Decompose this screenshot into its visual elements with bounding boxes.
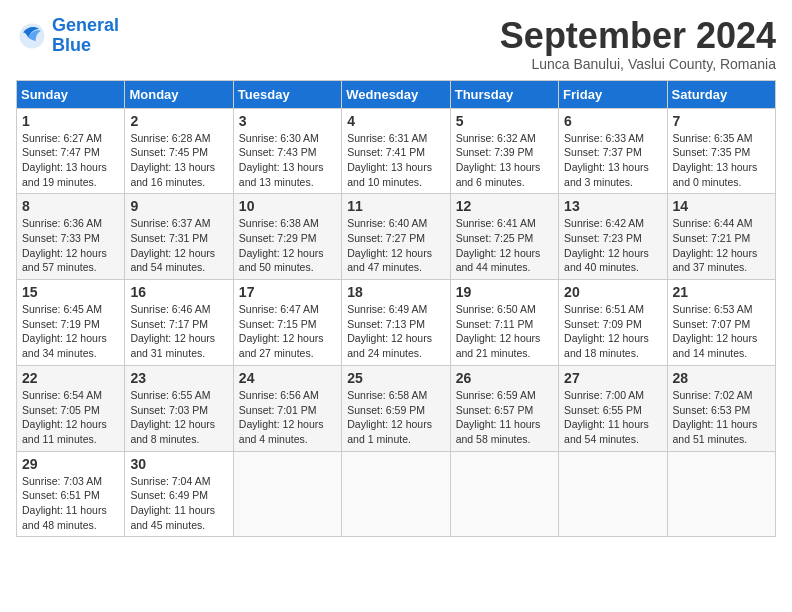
table-row: 10 Sunrise: 6:38 AMSunset: 7:29 PMDaylig… xyxy=(233,194,341,280)
col-friday: Friday xyxy=(559,80,667,108)
table-row: 23 Sunrise: 6:55 AMSunset: 7:03 PMDaylig… xyxy=(125,365,233,451)
table-row: 5 Sunrise: 6:32 AMSunset: 7:39 PMDayligh… xyxy=(450,108,558,194)
table-row: 29 Sunrise: 7:03 AMSunset: 6:51 PMDaylig… xyxy=(17,451,125,537)
col-thursday: Thursday xyxy=(450,80,558,108)
table-row: 25 Sunrise: 6:58 AMSunset: 6:59 PMDaylig… xyxy=(342,365,450,451)
calendar-week-row: 8 Sunrise: 6:36 AMSunset: 7:33 PMDayligh… xyxy=(17,194,776,280)
table-row: 28 Sunrise: 7:02 AMSunset: 6:53 PMDaylig… xyxy=(667,365,775,451)
col-tuesday: Tuesday xyxy=(233,80,341,108)
empty-cell xyxy=(559,451,667,537)
col-sunday: Sunday xyxy=(17,80,125,108)
logo-icon xyxy=(16,20,48,52)
empty-cell xyxy=(342,451,450,537)
title-block: September 2024 Lunca Banului, Vaslui Cou… xyxy=(500,16,776,72)
table-row: 21 Sunrise: 6:53 AMSunset: 7:07 PMDaylig… xyxy=(667,280,775,366)
col-monday: Monday xyxy=(125,80,233,108)
calendar-week-row: 22 Sunrise: 6:54 AMSunset: 7:05 PMDaylig… xyxy=(17,365,776,451)
logo: General Blue xyxy=(16,16,119,56)
table-row: 24 Sunrise: 6:56 AMSunset: 7:01 PMDaylig… xyxy=(233,365,341,451)
col-wednesday: Wednesday xyxy=(342,80,450,108)
table-row: 30 Sunrise: 7:04 AMSunset: 6:49 PMDaylig… xyxy=(125,451,233,537)
table-row: 26 Sunrise: 6:59 AMSunset: 6:57 PMDaylig… xyxy=(450,365,558,451)
table-row: 12 Sunrise: 6:41 AMSunset: 7:25 PMDaylig… xyxy=(450,194,558,280)
table-row: 3 Sunrise: 6:30 AMSunset: 7:43 PMDayligh… xyxy=(233,108,341,194)
table-row: 7 Sunrise: 6:35 AMSunset: 7:35 PMDayligh… xyxy=(667,108,775,194)
empty-cell xyxy=(450,451,558,537)
table-row: 9 Sunrise: 6:37 AMSunset: 7:31 PMDayligh… xyxy=(125,194,233,280)
calendar-header-row: Sunday Monday Tuesday Wednesday Thursday… xyxy=(17,80,776,108)
table-row: 11 Sunrise: 6:40 AMSunset: 7:27 PMDaylig… xyxy=(342,194,450,280)
calendar-week-row: 29 Sunrise: 7:03 AMSunset: 6:51 PMDaylig… xyxy=(17,451,776,537)
col-saturday: Saturday xyxy=(667,80,775,108)
calendar-table: Sunday Monday Tuesday Wednesday Thursday… xyxy=(16,80,776,538)
calendar-week-row: 1 Sunrise: 6:27 AMSunset: 7:47 PMDayligh… xyxy=(17,108,776,194)
table-row: 4 Sunrise: 6:31 AMSunset: 7:41 PMDayligh… xyxy=(342,108,450,194)
table-row: 19 Sunrise: 6:50 AMSunset: 7:11 PMDaylig… xyxy=(450,280,558,366)
logo-text2: Blue xyxy=(52,36,119,56)
empty-cell xyxy=(667,451,775,537)
empty-cell xyxy=(233,451,341,537)
location-subtitle: Lunca Banului, Vaslui County, Romania xyxy=(500,56,776,72)
table-row: 6 Sunrise: 6:33 AMSunset: 7:37 PMDayligh… xyxy=(559,108,667,194)
calendar-week-row: 15 Sunrise: 6:45 AMSunset: 7:19 PMDaylig… xyxy=(17,280,776,366)
page-header: General Blue September 2024 Lunca Banulu… xyxy=(16,16,776,72)
table-row: 27 Sunrise: 7:00 AMSunset: 6:55 PMDaylig… xyxy=(559,365,667,451)
table-row: 15 Sunrise: 6:45 AMSunset: 7:19 PMDaylig… xyxy=(17,280,125,366)
table-row: 13 Sunrise: 6:42 AMSunset: 7:23 PMDaylig… xyxy=(559,194,667,280)
table-row: 14 Sunrise: 6:44 AMSunset: 7:21 PMDaylig… xyxy=(667,194,775,280)
month-title: September 2024 xyxy=(500,16,776,56)
table-row: 16 Sunrise: 6:46 AMSunset: 7:17 PMDaylig… xyxy=(125,280,233,366)
table-row: 8 Sunrise: 6:36 AMSunset: 7:33 PMDayligh… xyxy=(17,194,125,280)
table-row: 17 Sunrise: 6:47 AMSunset: 7:15 PMDaylig… xyxy=(233,280,341,366)
table-row: 1 Sunrise: 6:27 AMSunset: 7:47 PMDayligh… xyxy=(17,108,125,194)
table-row: 20 Sunrise: 6:51 AMSunset: 7:09 PMDaylig… xyxy=(559,280,667,366)
table-row: 18 Sunrise: 6:49 AMSunset: 7:13 PMDaylig… xyxy=(342,280,450,366)
table-row: 22 Sunrise: 6:54 AMSunset: 7:05 PMDaylig… xyxy=(17,365,125,451)
table-row: 2 Sunrise: 6:28 AMSunset: 7:45 PMDayligh… xyxy=(125,108,233,194)
logo-text: General xyxy=(52,16,119,36)
